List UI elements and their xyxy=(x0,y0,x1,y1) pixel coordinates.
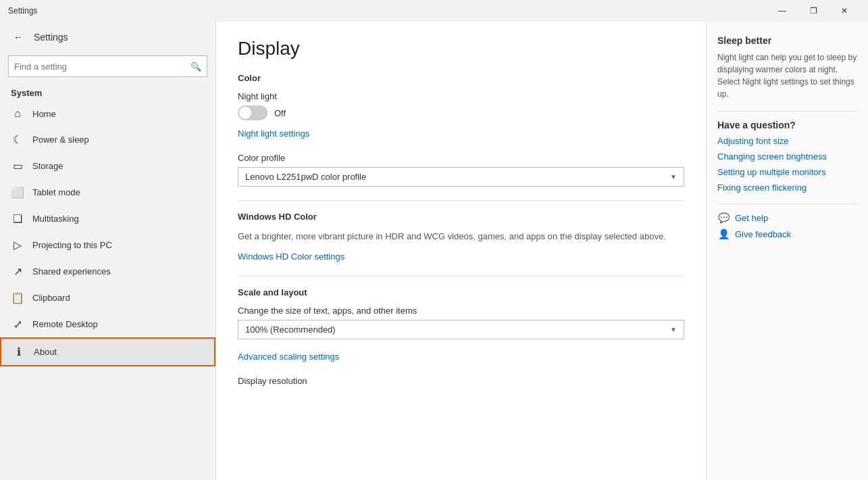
link-row-monitors: Setting up multiple monitors xyxy=(717,167,857,177)
title-bar: Settings — ❐ ✕ xyxy=(0,0,868,22)
display-resolution-section: Display resolution xyxy=(238,376,684,386)
scale-change-label: Change the size of text, apps, and other… xyxy=(238,306,684,316)
get-help-icon: 💬 xyxy=(717,212,730,223)
back-button[interactable]: ← xyxy=(8,27,28,47)
windows-hd-link[interactable]: Windows HD Color settings xyxy=(238,251,344,262)
minimize-button[interactable]: — xyxy=(767,0,798,22)
sidebar-item-storage[interactable]: ▭ Storage xyxy=(0,153,215,179)
about-icon: ℹ xyxy=(12,345,26,358)
have-question-title: Have a question? xyxy=(717,120,857,130)
windows-hd-heading: Windows HD Color xyxy=(238,212,684,222)
night-light-settings-link[interactable]: Night light settings xyxy=(238,128,309,139)
window-controls: — ❐ ✕ xyxy=(767,0,860,22)
adjusting-font-link[interactable]: Adjusting font size xyxy=(717,136,789,146)
scale-dropdown[interactable]: 100% (Recommended) ▼ xyxy=(238,320,684,339)
color-profile-section: Color profile Lenovo L2251pwD color prof… xyxy=(238,153,684,187)
link-row-flickering: Fixing screen flickering xyxy=(717,183,857,193)
color-profile-arrow: ▼ xyxy=(670,173,677,181)
system-section-label: System xyxy=(0,82,215,101)
right-separator-2 xyxy=(717,203,857,204)
sidebar-app-title: Settings xyxy=(34,32,68,43)
sidebar-item-clipboard-label: Clipboard xyxy=(32,293,70,303)
color-profile-dropdown[interactable]: Lenovo L2251pwD color profile ▼ xyxy=(238,167,684,187)
sidebar-item-power-label: Power & sleep xyxy=(32,135,89,145)
toggle-knob xyxy=(239,107,251,119)
get-help-link[interactable]: Get help xyxy=(735,213,768,223)
sidebar-item-remote-label: Remote Desktop xyxy=(32,319,98,329)
multitasking-icon: ❑ xyxy=(11,212,24,225)
main-content: Display Color Night light Off Night ligh… xyxy=(216,22,706,480)
app-title: Settings xyxy=(8,6,767,16)
sidebar-item-home-label: Home xyxy=(32,109,56,119)
give-feedback-icon: 👤 xyxy=(717,229,730,239)
get-help-row[interactable]: 💬 Get help xyxy=(717,212,857,223)
sidebar-item-home[interactable]: ⌂ Home xyxy=(0,101,215,126)
projecting-icon: ▷ xyxy=(11,239,24,251)
sidebar-item-clipboard[interactable]: 📋 Clipboard xyxy=(0,285,215,311)
storage-icon: ▭ xyxy=(11,160,24,172)
sidebar-item-power-sleep[interactable]: ☾ Power & sleep xyxy=(0,126,215,153)
fixing-flickering-link[interactable]: Fixing screen flickering xyxy=(717,183,807,193)
sidebar-item-multitasking[interactable]: ❑ Multitasking xyxy=(0,206,215,232)
color-profile-value: Lenovo L2251pwD color profile xyxy=(245,172,366,182)
windows-hd-section: Windows HD Color Get a brighter, more vi… xyxy=(238,212,684,262)
clipboard-icon: 📋 xyxy=(11,291,24,304)
sidebar-item-tablet-mode[interactable]: ⬜ Tablet mode xyxy=(0,179,215,206)
scale-layout-section: Scale and layout Change the size of text… xyxy=(238,287,684,362)
home-icon: ⌂ xyxy=(11,107,24,120)
power-icon: ☾ xyxy=(11,133,24,146)
give-feedback-row[interactable]: 👤 Give feedback xyxy=(717,229,857,239)
color-profile-label: Color profile xyxy=(238,153,684,163)
sidebar-item-multitasking-label: Multitasking xyxy=(32,214,79,224)
night-light-state: Off xyxy=(274,108,286,118)
sidebar-item-tablet-label: Tablet mode xyxy=(32,187,80,197)
sidebar-item-remote-desktop[interactable]: ⤢ Remote Desktop xyxy=(0,311,215,337)
give-feedback-link[interactable]: Give feedback xyxy=(735,229,791,239)
color-section: Color Night light Off Night light settin… xyxy=(238,73,684,139)
sleep-better-title: Sleep better xyxy=(717,35,857,46)
right-separator-1 xyxy=(717,111,857,112)
link-row-font: Adjusting font size xyxy=(717,136,857,146)
advanced-scaling-link[interactable]: Advanced scaling settings xyxy=(238,352,339,362)
night-light-label: Night light xyxy=(238,91,684,101)
link-row-brightness: Changing screen brightness xyxy=(717,151,857,162)
windows-hd-desc: Get a brighter, more vibrant picture in … xyxy=(238,230,684,243)
sidebar-top: ← Settings xyxy=(0,22,215,53)
separator-2 xyxy=(238,276,684,277)
sidebar-item-shared-experiences[interactable]: ↗ Shared experiences xyxy=(0,258,215,285)
search-icon: 🔍 xyxy=(190,62,201,72)
restore-button[interactable]: ❐ xyxy=(798,0,829,22)
night-light-toggle[interactable] xyxy=(238,105,267,120)
display-resolution-label: Display resolution xyxy=(238,376,684,386)
right-panel: Sleep better Night light can help you ge… xyxy=(706,22,868,480)
separator-1 xyxy=(238,200,684,201)
scale-value: 100% (Recommended) xyxy=(245,325,336,335)
color-heading: Color xyxy=(238,73,684,83)
scale-arrow: ▼ xyxy=(670,326,677,333)
remote-icon: ⤢ xyxy=(11,318,24,331)
shared-icon: ↗ xyxy=(11,265,24,278)
page-title: Display xyxy=(238,38,684,59)
scale-heading: Scale and layout xyxy=(238,287,684,297)
sidebar: ← Settings 🔍 System ⌂ Home ☾ Power & sle… xyxy=(0,22,216,480)
app-body: ← Settings 🔍 System ⌂ Home ☾ Power & sle… xyxy=(0,22,868,480)
tablet-icon: ⬜ xyxy=(11,186,24,199)
sleep-better-desc: Night light can help you get to sleep by… xyxy=(717,51,857,100)
close-button[interactable]: ✕ xyxy=(829,0,860,22)
sidebar-item-about-label: About xyxy=(34,347,57,357)
night-light-row: Off xyxy=(238,105,684,120)
search-box[interactable]: 🔍 xyxy=(8,55,207,77)
sidebar-item-about[interactable]: ℹ About xyxy=(0,337,215,366)
sidebar-item-projecting[interactable]: ▷ Projecting to this PC xyxy=(0,232,215,258)
search-input[interactable] xyxy=(14,62,190,72)
sidebar-item-storage-label: Storage xyxy=(32,161,63,171)
setting-up-monitors-link[interactable]: Setting up multiple monitors xyxy=(717,167,825,177)
changing-brightness-link[interactable]: Changing screen brightness xyxy=(717,151,827,162)
sidebar-item-projecting-label: Projecting to this PC xyxy=(32,240,112,250)
sidebar-item-shared-label: Shared experiences xyxy=(32,266,111,277)
